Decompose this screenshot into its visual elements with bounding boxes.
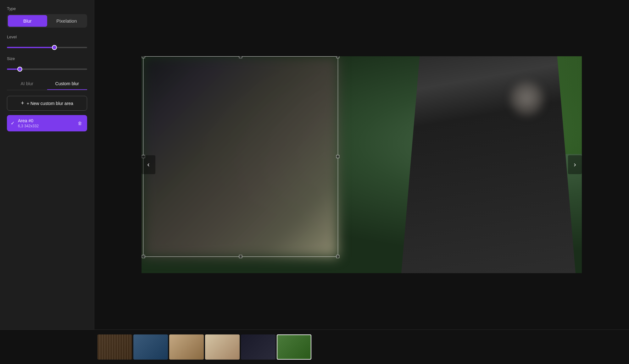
- plus-icon: +: [21, 100, 24, 107]
- filmstrip-thumb-4[interactable]: [205, 334, 240, 360]
- nav-arrow-right[interactable]: ›: [568, 155, 582, 174]
- level-slider[interactable]: [7, 47, 87, 48]
- filmstrip: [0, 329, 629, 364]
- area-name: Area #0: [18, 118, 73, 123]
- filmstrip-thumb-2[interactable]: [133, 334, 168, 360]
- nav-arrow-left[interactable]: ‹: [142, 155, 155, 174]
- size-section: Size: [7, 56, 87, 71]
- sidebar: Type Blur Pixelation Level Size AI blur …: [0, 0, 94, 329]
- level-section: Level: [7, 35, 87, 49]
- thumb-overlay: [97, 334, 132, 360]
- blur-effect-area: [143, 56, 338, 257]
- new-custom-blur-area-button[interactable]: + + New custom blur area: [7, 96, 87, 111]
- area-delete-button[interactable]: 🗑: [76, 119, 83, 127]
- image-viewer: ‹ ›: [94, 0, 629, 329]
- thumb-inner-3: [169, 334, 204, 360]
- type-label: Type: [7, 6, 87, 11]
- trash-icon: 🗑: [78, 121, 82, 126]
- main-area: Type Blur Pixelation Level Size AI blur …: [0, 0, 629, 329]
- background-photo: [142, 56, 582, 273]
- area-info: Area #0 6,3 342x332: [18, 118, 73, 128]
- type-buttons: Blur Pixelation: [7, 14, 87, 28]
- new-area-label: + New custom blur area: [27, 101, 73, 106]
- type-section: Type Blur Pixelation: [7, 6, 87, 28]
- filmstrip-thumb-5[interactable]: [241, 334, 276, 360]
- thumb-inner-5: [241, 334, 276, 360]
- blur-button[interactable]: Blur: [8, 15, 47, 27]
- right-photo-area: [366, 56, 582, 273]
- level-label: Level: [7, 35, 87, 39]
- thumb-inner-2: [133, 334, 168, 360]
- tab-ai-blur[interactable]: AI blur: [7, 78, 47, 90]
- thumb-inner-4: [205, 334, 240, 360]
- tab-custom-blur[interactable]: Custom blur: [47, 78, 87, 90]
- area-item-0[interactable]: ✓ Area #0 6,3 342x332 🗑: [7, 115, 87, 131]
- area-coords: 6,3 342x332: [18, 124, 73, 128]
- thumb-inner-6: [277, 335, 311, 359]
- size-slider[interactable]: [7, 69, 87, 70]
- filmstrip-thumb-1[interactable]: [97, 334, 132, 360]
- pixelation-button[interactable]: Pixelation: [47, 15, 86, 27]
- filmstrip-thumb-3[interactable]: [169, 334, 204, 360]
- image-container: ‹ ›: [142, 56, 582, 273]
- area-check-icon: ✓: [11, 120, 15, 126]
- face-blur-overlay: [509, 81, 544, 116]
- size-label: Size: [7, 56, 87, 61]
- person-silhouette: [392, 56, 576, 273]
- filmstrip-thumb-6[interactable]: [277, 334, 311, 360]
- blur-tabs: AI blur Custom blur: [7, 78, 87, 90]
